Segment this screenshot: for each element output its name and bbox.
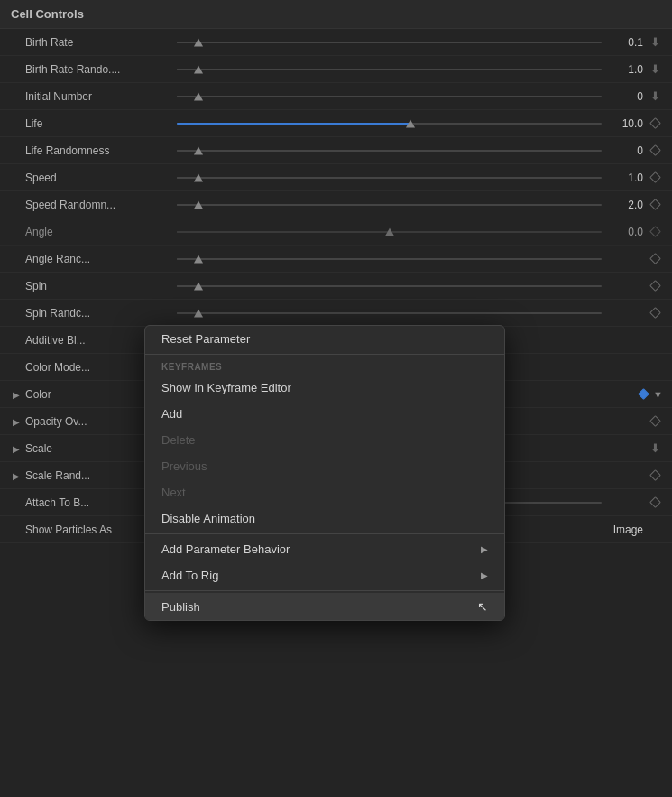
icon-placeholder: [647, 359, 663, 375]
param-label: Birth Rate: [25, 36, 170, 49]
slider-area[interactable]: [177, 312, 602, 314]
menu-item-show-in-keyframe-editor[interactable]: Show In Keyframe Editor: [145, 375, 504, 401]
diamond-icon: [647, 116, 663, 132]
param-row[interactable]: ▶ Spin: [0, 273, 672, 300]
param-label: Speed: [25, 171, 170, 184]
slider-thumb-icon: [385, 227, 394, 236]
expand-arrow-icon[interactable]: ▶: [13, 471, 22, 480]
slider-area[interactable]: [177, 285, 602, 287]
param-row[interactable]: ▶ Speed 1.0: [0, 164, 672, 191]
person-glyph: ⬇: [650, 89, 660, 103]
param-value: 10.0: [609, 117, 643, 130]
slider-area[interactable]: [177, 42, 602, 43]
param-value: 0.0: [609, 226, 643, 238]
diamond-icon: [647, 413, 663, 430]
person-icon: ⬇: [647, 440, 663, 457]
param-row[interactable]: ▶ Birth Rate Rando.... 1.0 ⬇: [0, 56, 672, 83]
slider-track: [177, 42, 602, 43]
param-value: Image: [609, 524, 643, 536]
slider-track: [177, 312, 602, 314]
dropdown-arrow-icon[interactable]: ▼: [653, 389, 663, 400]
slider-track: [177, 258, 602, 260]
menu-item-label: Add Parameter Behavior: [161, 542, 290, 556]
menu-item-label: Delete: [161, 433, 196, 447]
param-value: 0: [609, 144, 643, 157]
diamond-icon: [647, 197, 663, 213]
keyframe-diamond: [649, 117, 661, 129]
menu-item-add-parameter-behavior[interactable]: Add Parameter Behavior▶: [145, 536, 504, 562]
param-label: Angle Ranc...: [25, 253, 170, 265]
person-glyph: ⬇: [650, 35, 660, 49]
slider-track: [177, 177, 602, 179]
param-label: Initial Number: [25, 90, 170, 103]
keyframe-diamond-filled: [638, 388, 649, 400]
param-value: 0.1: [609, 36, 643, 49]
param-row[interactable]: ▶ Life Randomness 0: [0, 137, 672, 164]
param-label: Speed Randomn...: [25, 199, 170, 211]
slider-area[interactable]: [177, 204, 602, 206]
menu-item-label: Reset Parameter: [161, 332, 250, 346]
param-label: Birth Rate Rando....: [25, 63, 170, 76]
param-row[interactable]: ▶ Initial Number 0 ⬇: [0, 83, 672, 110]
diamond-icon: [647, 468, 663, 484]
keyframe-diamond: [649, 496, 661, 508]
slider-thumb-icon: [406, 119, 415, 127]
context-menu[interactable]: Reset ParameterKEYFRAMESShow In Keyframe…: [144, 325, 505, 621]
icon-placeholder: [647, 522, 663, 538]
diamond-icon: [647, 143, 663, 159]
menu-item-label: Previous: [161, 459, 207, 473]
keyframe-diamond: [649, 253, 661, 264]
menu-item-publish[interactable]: Publish↖: [145, 593, 504, 620]
menu-item-next: Next: [145, 479, 504, 505]
slider-area[interactable]: [177, 96, 602, 97]
expand-arrow-icon[interactable]: ▶: [13, 390, 22, 399]
menu-item-disable-animation[interactable]: Disable Animation: [145, 505, 504, 532]
expand-arrow-icon[interactable]: ▶: [13, 417, 22, 426]
param-row[interactable]: ▶ Angle 0.0: [0, 218, 672, 246]
param-label: Life: [25, 117, 170, 130]
keyframe-diamond: [649, 469, 661, 481]
person-glyph: ⬇: [650, 62, 660, 76]
slider-track: [177, 69, 602, 70]
slider-area[interactable]: [177, 123, 602, 125]
person-icon: ⬇: [647, 88, 663, 105]
person-icon: ⬇: [647, 34, 663, 51]
diamond-icon: [647, 224, 663, 240]
param-row[interactable]: ▶ Life 10.0: [0, 110, 672, 137]
param-row[interactable]: ▶ Birth Rate 0.1 ⬇: [0, 29, 672, 56]
keyframe-diamond: [649, 307, 661, 319]
submenu-arrow-icon: ▶: [481, 544, 488, 554]
section-header: Cell Controls: [0, 0, 672, 29]
param-row[interactable]: ▶ Spin Randc...: [0, 300, 672, 327]
menu-divider: [145, 533, 504, 534]
param-row[interactable]: ▶ Speed Randomn... 2.0: [0, 191, 672, 218]
param-label: Spin Randc...: [25, 307, 170, 320]
param-value: 0: [609, 90, 643, 103]
param-row[interactable]: ▶ Angle Ranc...: [0, 246, 672, 273]
diamond-icon: [647, 278, 663, 294]
slider-track: [177, 285, 602, 287]
menu-item-add[interactable]: Add: [145, 401, 504, 427]
slider-thumb-icon: [194, 38, 203, 46]
slider-thumb-icon: [194, 65, 203, 73]
diamond-filled-icon: [635, 386, 651, 403]
submenu-arrow-icon: ▶: [481, 570, 488, 580]
slider-area[interactable]: [177, 150, 602, 152]
slider-thumb-icon: [194, 92, 203, 100]
menu-item-delete: Delete: [145, 427, 504, 453]
keyframe-diamond: [649, 171, 661, 183]
param-value: 1.0: [609, 171, 643, 184]
slider-track: [177, 96, 602, 97]
slider-area[interactable]: [177, 231, 602, 233]
slider-track: [177, 123, 602, 125]
menu-item-add-to-rig[interactable]: Add To Rig▶: [145, 562, 504, 588]
keyframe-diamond: [649, 199, 661, 210]
slider-area[interactable]: [177, 69, 602, 70]
keyframe-diamond: [649, 415, 661, 427]
slider-track: [177, 150, 602, 152]
menu-item-label: Disable Animation: [161, 512, 255, 525]
slider-area[interactable]: [177, 177, 602, 179]
menu-item-reset-parameter[interactable]: Reset Parameter: [145, 326, 504, 352]
slider-area[interactable]: [177, 258, 602, 260]
expand-arrow-icon[interactable]: ▶: [13, 444, 22, 453]
